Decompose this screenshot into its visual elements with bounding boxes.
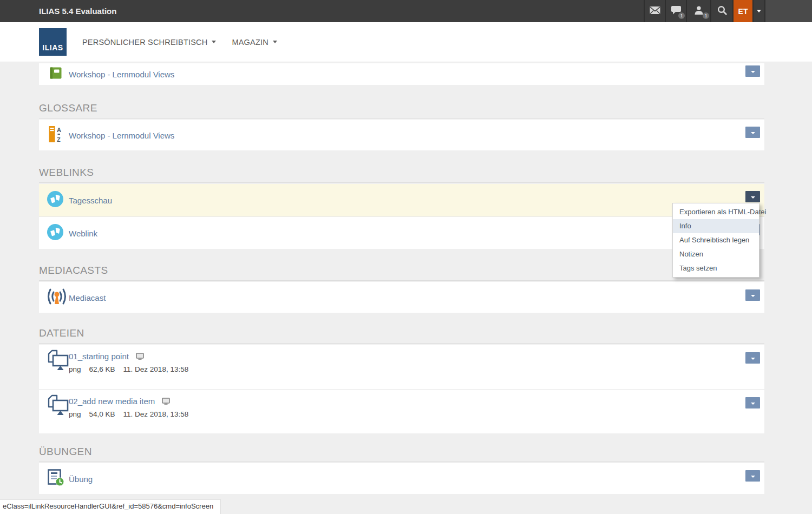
- chevron-down-icon: [751, 295, 755, 297]
- file-icon: [45, 394, 70, 419]
- nav-personal-desktop-label: PERSÖNLICHER SCHREIBTISCH: [82, 38, 207, 47]
- nav-personal-desktop[interactable]: PERSÖNLICHER SCHREIBTISCH: [82, 38, 216, 47]
- weblink-icon: [47, 224, 63, 242]
- list-item-file: 02_add new media item png 54,0 KB 11. De…: [39, 389, 764, 433]
- file-type: png: [69, 410, 81, 418]
- search-button[interactable]: [710, 0, 732, 22]
- mail-icon: [650, 6, 660, 17]
- item-link[interactable]: 01_starting point: [69, 352, 129, 361]
- panel-glossare: A Z Workshop - Lernmodul Views: [39, 120, 764, 150]
- glossary-icon: A Z: [49, 126, 65, 145]
- list-item: Workshop - Lernmodul Views: [39, 63, 764, 85]
- file-size: 54,0 KB: [89, 410, 115, 418]
- panel-uebungen: Übung: [39, 463, 764, 494]
- list-item-file: 01_starting point png 62,6 KB 11. Dez 20…: [39, 345, 764, 389]
- menu-item-put-on-desktop[interactable]: Auf Schreibtisch legen: [673, 233, 759, 247]
- weblink-icon: [47, 191, 63, 209]
- chevron-down-icon: [751, 196, 755, 199]
- item-link[interactable]: 02_add new media item: [69, 397, 155, 406]
- svg-text:A: A: [57, 127, 61, 133]
- file-date: 11. Dez 2018, 13:58: [123, 365, 189, 373]
- panel-mediacasts: Mediacast: [39, 282, 764, 313]
- file-properties: png 54,0 KB 11. Dez 2018, 13:58: [69, 410, 197, 418]
- actions-context-menu: Exportieren als HTML-Datei Info Auf Schr…: [672, 203, 759, 278]
- file-size: 62,6 KB: [89, 365, 115, 373]
- list-item: Übung: [39, 463, 764, 494]
- section-title-uebungen: ÜBUNGEN: [39, 446, 764, 462]
- preview-monitor-icon[interactable]: [162, 398, 170, 405]
- exercise-icon: [48, 469, 64, 489]
- user-menu-caret-button[interactable]: [752, 0, 764, 22]
- chevron-down-icon: [751, 132, 755, 134]
- item-link[interactable]: Weblink: [69, 228, 97, 238]
- search-icon: [717, 5, 727, 17]
- chevron-down-icon: [757, 10, 761, 12]
- item-link[interactable]: Tagesschau: [69, 196, 112, 205]
- ilias-logo[interactable]: ILIAS: [39, 28, 67, 56]
- menu-item-info[interactable]: Info: [673, 219, 759, 233]
- content-area: Workshop - Lernmodul Views GLOSSARE A Z …: [39, 63, 764, 494]
- nav-magazin-label: MAGAZIN: [232, 38, 268, 47]
- preview-monitor-icon[interactable]: [136, 353, 144, 360]
- chevron-down-icon: [751, 358, 755, 360]
- chat-button[interactable]: 1: [665, 0, 686, 22]
- item-link[interactable]: Mediacast: [69, 293, 106, 302]
- chevron-down-icon: [751, 71, 755, 73]
- chevron-down-icon: [751, 476, 755, 478]
- menu-item-notes[interactable]: Notizen: [673, 247, 759, 261]
- item-link[interactable]: Übung: [69, 474, 93, 483]
- section-title-dateien: DATEIEN: [39, 327, 764, 344]
- list-item: Weblink: [39, 216, 764, 249]
- panel-weblinks: Tagesschau Weblink: [39, 184, 764, 249]
- file-type: png: [69, 365, 81, 373]
- file-icon: [45, 349, 70, 374]
- file-properties: png 62,6 KB 11. Dez 2018, 13:58: [69, 365, 197, 373]
- actions-dropdown-button[interactable]: [745, 127, 760, 138]
- svg-text:Z: Z: [57, 136, 61, 143]
- section-title-weblinks: WEBLINKS: [39, 167, 764, 183]
- chevron-down-icon: [751, 403, 755, 405]
- topbar-actions: 1 1 ET: [644, 0, 812, 22]
- mail-button[interactable]: [644, 0, 665, 22]
- topbar-filler: [764, 0, 812, 22]
- panel-learning-modules: Workshop - Lernmodul Views: [39, 63, 764, 85]
- mediacast-icon: [45, 287, 68, 308]
- actions-dropdown-button[interactable]: [745, 65, 760, 77]
- actions-dropdown-button[interactable]: [745, 352, 760, 364]
- browser-status-bar: eClass=ilLinkResourceHandlerGUI&ref_id=5…: [0, 499, 220, 514]
- item-link[interactable]: Workshop - Lernmodul Views: [69, 130, 174, 140]
- app-title: ILIAS 5.4 Evaluation: [39, 6, 116, 16]
- panel-dateien: 01_starting point png 62,6 KB 11. Dez 20…: [39, 345, 764, 433]
- section-title-glossare: GLOSSARE: [39, 102, 764, 118]
- menu-item-set-tags[interactable]: Tags setzen: [673, 261, 759, 275]
- learning-module-icon: [50, 67, 62, 81]
- list-item: Mediacast: [39, 282, 764, 313]
- chevron-down-icon: [212, 41, 216, 43]
- section-title-mediacasts: MEDIACASTS: [39, 265, 764, 281]
- chat-badge: 1: [678, 12, 685, 19]
- item-link[interactable]: Workshop - Lernmodul Views: [69, 70, 174, 79]
- actions-dropdown-button[interactable]: [745, 289, 760, 301]
- person-icon: [694, 5, 704, 17]
- top-bar: ILIAS 5.4 Evaluation 1: [0, 0, 812, 22]
- list-item-highlighted: Tagesschau: [39, 184, 764, 216]
- menu-item-export-html[interactable]: Exportieren als HTML-Datei: [673, 205, 759, 219]
- list-item: A Z Workshop - Lernmodul Views: [39, 120, 764, 150]
- actions-dropdown-button[interactable]: [745, 470, 760, 482]
- contacts-badge: 1: [703, 12, 709, 19]
- contacts-button[interactable]: 1: [686, 0, 710, 22]
- actions-dropdown-button[interactable]: [745, 397, 760, 408]
- nav-magazin[interactable]: MAGAZIN: [232, 38, 277, 47]
- actions-dropdown-button-open[interactable]: [745, 191, 760, 202]
- main-navigation: ILIAS PERSÖNLICHER SCHREIBTISCH MAGAZIN: [0, 22, 812, 62]
- file-date: 11. Dez 2018, 13:58: [123, 410, 189, 418]
- chevron-down-icon: [273, 41, 277, 43]
- user-avatar-button[interactable]: ET: [732, 0, 752, 22]
